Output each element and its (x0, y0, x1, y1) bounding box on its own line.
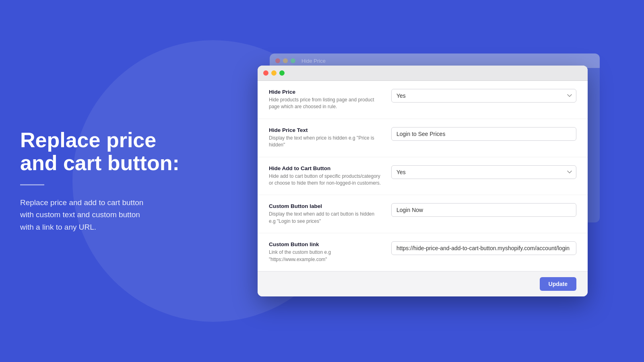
hide-cart-desc: Hide add to cart button of specific prod… (269, 173, 382, 187)
hide-price-label-area: Hide Price Hide products price from list… (269, 89, 382, 111)
custom-button-label-row: Custom Button label Display the text whe… (258, 195, 588, 233)
main-window: Hide Price Hide products price from list… (258, 66, 588, 296)
hide-price-control: Yes No (391, 89, 576, 103)
hide-cart-select[interactable]: Yes No (391, 165, 576, 179)
bg-traffic-light-yellow (283, 58, 288, 63)
custom-button-link-row: Custom Button link Link of the custom bu… (258, 233, 588, 271)
custom-button-label-area: Custom Button label Display the text whe… (269, 203, 382, 225)
subtitle-text: Replace price and add to cart button wit… (20, 197, 197, 233)
window-titlebar (258, 66, 588, 81)
traffic-light-yellow[interactable] (271, 70, 277, 76)
custom-button-link-label: Custom Button link (269, 241, 382, 247)
hide-price-text-row: Hide Price Text Display the text when pr… (258, 119, 588, 157)
custom-button-label-input[interactable] (391, 203, 576, 217)
hide-price-desc: Hide products price from listing page an… (269, 97, 382, 111)
hide-cart-label-area: Hide Add to Cart Button Hide add to cart… (269, 165, 382, 187)
hide-price-text-desc: Display the text when price is hidden e.… (269, 135, 382, 149)
custom-button-label-desc: Display the text when add to cart button… (269, 211, 382, 225)
traffic-light-green[interactable] (279, 70, 285, 76)
hide-price-text-label: Hide Price Text (269, 127, 382, 133)
bg-window-title: Hide Price (301, 58, 326, 64)
bg-traffic-light-red (275, 58, 280, 63)
hide-cart-row: Hide Add to Cart Button Hide add to cart… (258, 157, 588, 195)
update-button[interactable]: Update (540, 277, 576, 291)
custom-button-link-label-area: Custom Button link Link of the custom bu… (269, 241, 382, 263)
hide-price-text-input[interactable] (391, 127, 576, 141)
main-title: Replace price and cart button: (20, 129, 197, 175)
traffic-light-red[interactable] (263, 70, 268, 76)
hide-price-text-label-area: Hide Price Text Display the text when pr… (269, 127, 382, 149)
hide-price-select[interactable]: Yes No (391, 89, 576, 103)
window-content: Hide Price Hide products price from list… (258, 81, 588, 271)
hide-price-row: Hide Price Hide products price from list… (258, 81, 588, 119)
window-stack: Hide Price Hide Price Hide products pric… (258, 66, 588, 296)
custom-button-link-input[interactable] (391, 241, 576, 255)
hide-price-text-control (391, 127, 576, 141)
right-panel: Hide Price Hide Price Hide products pric… (217, 66, 644, 296)
bg-traffic-light-green (291, 58, 295, 63)
custom-button-label-label: Custom Button label (269, 203, 382, 209)
custom-button-label-control (391, 203, 576, 217)
window-footer: Update (258, 271, 588, 296)
hide-cart-label: Hide Add to Cart Button (269, 165, 382, 171)
custom-button-link-desc: Link of the custom button e.g "https://w… (269, 249, 382, 263)
left-panel: Replace price and cart button: Replace p… (0, 129, 217, 234)
hide-cart-control: Yes No (391, 165, 576, 179)
divider (20, 184, 44, 185)
custom-button-link-control (391, 241, 576, 255)
hide-price-label: Hide Price (269, 89, 382, 95)
